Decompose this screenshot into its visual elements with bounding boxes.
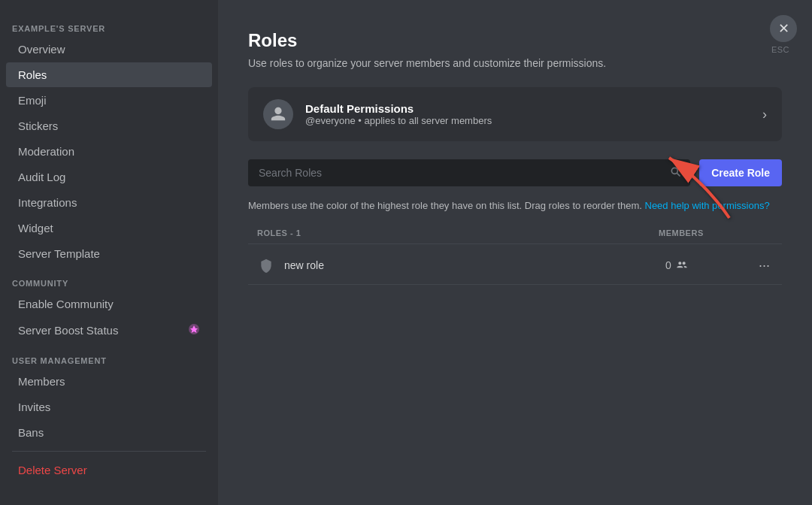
sidebar-item-label: Server Template	[18, 247, 100, 260]
page-title: Roles	[248, 30, 782, 51]
boost-icon	[188, 323, 200, 337]
roles-count-label: ROLES - 1	[257, 228, 659, 237]
sidebar-item-label: Stickers	[18, 119, 58, 132]
sidebar-item-label: Members	[18, 375, 65, 388]
roles-table-header: ROLES - 1 MEMBERS	[248, 228, 782, 244]
sidebar-item-widget[interactable]: Widget	[6, 216, 212, 240]
delete-server-button[interactable]: Delete Server	[6, 458, 212, 482]
esc-label: ESC	[767, 45, 794, 54]
sidebar-item-label: Roles	[18, 68, 47, 81]
role-members-count: 0	[665, 259, 756, 271]
default-permissions-card[interactable]: Default Permissions @everyone • applies …	[248, 87, 782, 141]
role-shield-icon	[257, 256, 275, 274]
close-button[interactable]: ✕	[770, 15, 797, 42]
sidebar-item-moderation[interactable]: Moderation	[6, 139, 212, 164]
roles-info: Members use the color of the highest rol…	[248, 198, 782, 213]
role-name: new role	[284, 259, 665, 271]
sidebar-item-roles[interactable]: Roles	[6, 62, 212, 87]
sidebar-item-label: Widget	[18, 222, 53, 234]
sidebar-item-label: Integrations	[18, 196, 77, 209]
roles-info-text: Members use the color of the highest rol…	[248, 200, 642, 211]
members-count: 0	[665, 259, 671, 271]
community-section-label: COMMUNITY	[0, 267, 218, 291]
sidebar-item-label: Server Boost Status	[18, 324, 118, 337]
chevron-right-icon: ›	[762, 107, 767, 122]
sidebar-item-label: Enable Community	[18, 298, 114, 310]
sidebar-item-bans[interactable]: Bans	[6, 420, 212, 445]
sidebar-item-invites[interactable]: Invites	[6, 395, 212, 419]
sidebar: EXAMPLE'S SERVER Overview Roles Emoji St…	[0, 0, 218, 505]
sidebar-item-stickers[interactable]: Stickers	[6, 113, 212, 138]
sidebar-item-label: Invites	[18, 401, 50, 413]
sidebar-item-audit-log[interactable]: Audit Log	[6, 165, 212, 189]
members-col-label: MEMBERS	[659, 228, 749, 237]
page-subtitle: Use roles to organize your server member…	[248, 57, 782, 69]
search-create-row: Create Role	[248, 159, 782, 186]
create-role-button[interactable]: Create Role	[699, 159, 782, 186]
search-input[interactable]	[248, 159, 690, 186]
sidebar-item-label: Audit Log	[18, 171, 65, 183]
search-input-wrapper	[248, 159, 690, 186]
sidebar-item-label: Bans	[18, 426, 44, 439]
table-row[interactable]: new role 0 ···	[248, 247, 782, 285]
permissions-info: Default Permissions @everyone • applies …	[305, 102, 762, 126]
user-management-section-label: USER MANAGEMENT	[0, 344, 218, 368]
permissions-title: Default Permissions	[305, 102, 762, 115]
need-help-link[interactable]: Need help with permissions?	[645, 200, 770, 211]
permissions-subtitle: @everyone • applies to all server member…	[305, 115, 762, 126]
sidebar-item-emoji[interactable]: Emoji	[6, 88, 212, 113]
sidebar-item-server-boost-status[interactable]: Server Boost Status	[6, 317, 212, 343]
sidebar-item-label: Moderation	[18, 145, 74, 158]
main-content: ✕ ESC Roles Use roles to organize your s…	[218, 0, 812, 505]
sidebar-item-integrations[interactable]: Integrations	[6, 190, 212, 215]
sidebar-item-label: Overview	[18, 43, 65, 56]
server-name-label: EXAMPLE'S SERVER	[0, 12, 218, 36]
permissions-avatar-icon	[263, 99, 293, 129]
sidebar-item-overview[interactable]: Overview	[6, 37, 212, 62]
sidebar-item-label: Emoji	[18, 94, 47, 107]
sidebar-divider	[12, 451, 206, 452]
sidebar-item-members[interactable]: Members	[6, 369, 212, 394]
sidebar-item-server-template[interactable]: Server Template	[6, 241, 212, 266]
sidebar-item-enable-community[interactable]: Enable Community	[6, 292, 212, 316]
role-more-options-button[interactable]: ···	[756, 255, 773, 277]
